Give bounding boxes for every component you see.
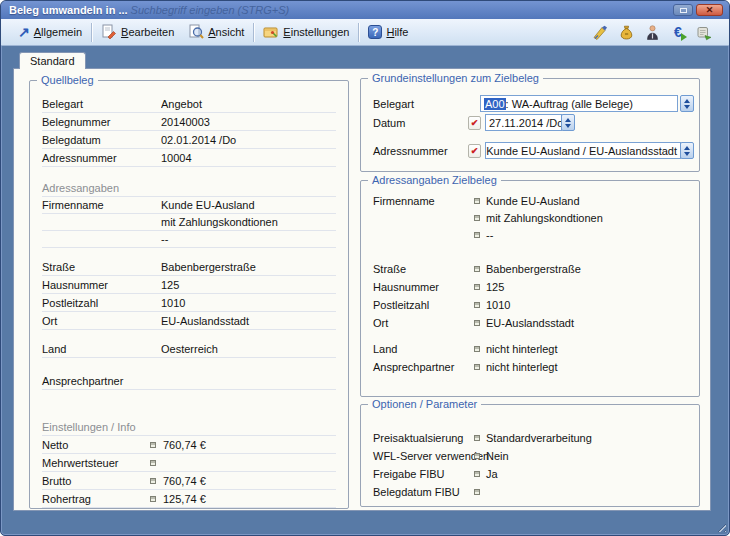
field-row: Hausnummer 125 bbox=[373, 278, 687, 296]
field-value: mit Zahlungskondtionen bbox=[486, 212, 603, 224]
field-row: Postleitzahl 1010 bbox=[373, 296, 687, 314]
datum-spinner[interactable] bbox=[561, 114, 575, 131]
field-row: Postleitzahl 1010 bbox=[42, 294, 336, 312]
field-label: Belegart bbox=[373, 98, 480, 110]
field-value: 1010 bbox=[161, 297, 336, 309]
field-value: Standardverarbeitung bbox=[486, 432, 592, 444]
field-value: Angebot bbox=[161, 98, 336, 110]
field-row: mit Zahlungskondtionen bbox=[373, 209, 687, 226]
menu-ansicht[interactable]: Ansicht bbox=[181, 22, 251, 42]
datum-check-icon[interactable]: ✔ bbox=[468, 116, 481, 130]
field-value: -- bbox=[161, 233, 336, 245]
groupbox-grundeinstellungen: Grundeinstellungen zum Zielbeleg Belegar… bbox=[360, 78, 700, 172]
field-row: Ansprechpartner nicht hinterlegt bbox=[373, 358, 687, 376]
bullet-icon bbox=[474, 435, 480, 441]
datum-value: 27.11.2014 /Do bbox=[489, 117, 562, 129]
groupbox-grundeinstellungen-title: Grundeinstellungen zum Zielbeleg bbox=[368, 71, 543, 85]
field-row: Rohertrag 125,74 € bbox=[42, 490, 336, 508]
bullet-icon bbox=[474, 320, 480, 326]
bullet-icon bbox=[474, 266, 480, 272]
field-value: nicht hinterlegt bbox=[486, 361, 558, 373]
adressnummer-row: Adressnummer ✔ 10004: Kunde EU-Ausland /… bbox=[373, 142, 699, 159]
field-label: Belegnummer bbox=[42, 116, 161, 128]
section-header-label: Adressangaben bbox=[42, 182, 119, 194]
field-row: Land Oesterreich bbox=[42, 340, 336, 358]
field-label: Ansprechpartner bbox=[373, 361, 474, 373]
field-label: WFL-Server verwenden bbox=[373, 450, 474, 462]
field-row: Belegdatum 02.01.2014 /Do bbox=[42, 131, 336, 149]
field-value: Kunde EU-Ausland bbox=[161, 199, 336, 211]
adressnummer-check-icon[interactable]: ✔ bbox=[468, 144, 481, 158]
field-label: Land bbox=[373, 343, 474, 355]
tab-standard[interactable]: Standard bbox=[19, 52, 86, 69]
tab-page: Quellbeleg Belegart Angebot Belegnummer … bbox=[13, 68, 711, 511]
field-value: Oesterreich bbox=[161, 343, 336, 355]
field-label: Postleitzahl bbox=[373, 299, 474, 311]
euro-icon[interactable]: € bbox=[669, 24, 687, 41]
belegart-code-selected: A00 bbox=[484, 98, 506, 110]
menu-einstellungen-label: Einstellungen bbox=[283, 26, 349, 38]
bullet-icon bbox=[474, 364, 480, 370]
field-label: Belegdatum FIBU bbox=[373, 486, 474, 498]
field-label: Ansprechpartner bbox=[42, 375, 161, 387]
adressnummer-value: 10004: Kunde EU-Ausland / EU-Auslandssta… bbox=[485, 145, 677, 157]
field-value: EU-Auslandsstadt bbox=[486, 317, 574, 329]
field-label: Firmenname bbox=[42, 199, 161, 211]
menu-hilfe[interactable]: ? Hilfe bbox=[361, 23, 415, 41]
groupbox-optionen-parameter: Optionen / Parameter Preisaktualsierung … bbox=[360, 404, 700, 507]
field-row: -- bbox=[42, 231, 336, 248]
spacer bbox=[42, 167, 336, 179]
field-row: Netto 760,74 € bbox=[42, 436, 336, 454]
field-label: Belegdatum bbox=[42, 134, 161, 146]
money-bag-icon[interactable] bbox=[617, 24, 635, 41]
toolbar-right-icons: € bbox=[591, 24, 721, 41]
field-row: Ort EU-Auslandsstadt bbox=[373, 314, 687, 332]
adressnummer-spinner[interactable] bbox=[680, 142, 694, 159]
belegart-combobox[interactable]: A00 : WA-Auftrag (alle Belege) bbox=[480, 95, 678, 112]
menu-allgemein[interactable]: ↗ Allgemein bbox=[11, 23, 89, 41]
field-row: Straße Babenbergerstraße bbox=[42, 258, 336, 276]
tab-standard-label: Standard bbox=[30, 55, 75, 67]
field-value: Kunde EU-Ausland bbox=[486, 195, 580, 207]
field-row: Straße Babenbergerstraße bbox=[373, 260, 687, 278]
field-row: Belegart Angebot bbox=[42, 95, 336, 113]
field-label: Adressnummer bbox=[373, 145, 468, 157]
magnifier-icon bbox=[188, 24, 204, 40]
resize-grip[interactable] bbox=[715, 521, 726, 532]
field-row: Preisaktualsierung Standardverarbeitung bbox=[373, 429, 687, 447]
dialog-window: Beleg umwandeln in ... Suchbegriff einge… bbox=[0, 0, 730, 536]
menu-einstellungen[interactable]: Einstellungen bbox=[256, 22, 356, 42]
field-row: Belegdatum FIBU bbox=[373, 483, 687, 501]
close-button[interactable]: ✕ bbox=[696, 4, 723, 16]
spin-down-icon bbox=[684, 152, 690, 156]
field-row: mit Zahlungskondtionen bbox=[42, 214, 336, 231]
field-row: Firmenname Kunde EU-Ausland bbox=[42, 197, 336, 214]
spin-down-icon bbox=[565, 124, 571, 128]
menu-bearbeiten[interactable]: Bearbeiten bbox=[94, 22, 181, 42]
maximize-button[interactable] bbox=[673, 4, 693, 16]
field-value: mit Zahlungskondtionen bbox=[161, 216, 336, 228]
field-label: Rohertrag bbox=[42, 493, 150, 505]
belegart-text: : WA-Auftrag (alle Belege) bbox=[506, 98, 633, 110]
spacer bbox=[373, 243, 687, 260]
field-value: EU-Auslandsstadt bbox=[161, 315, 336, 327]
pen-icon[interactable] bbox=[591, 24, 609, 41]
datum-input[interactable]: 27.11.2014 /Do bbox=[485, 114, 562, 131]
field-value: Babenbergerstraße bbox=[161, 261, 336, 273]
toolbar-separator bbox=[358, 23, 359, 42]
person-icon[interactable] bbox=[643, 24, 661, 41]
groupbox-adressangaben-title: Adressangaben Zielbeleg bbox=[368, 173, 501, 187]
toolbar: ↗ Allgemein Bearbeiten Ansicht bbox=[1, 19, 729, 46]
section-header-label: Einstellungen / Info bbox=[42, 421, 136, 433]
bullet-icon bbox=[474, 453, 480, 459]
adressnummer-input[interactable]: 10004: Kunde EU-Ausland / EU-Auslandssta… bbox=[485, 142, 681, 159]
export-package-icon[interactable] bbox=[695, 24, 713, 41]
field-label: Hausnummer bbox=[373, 281, 474, 293]
field-value: Babenbergerstraße bbox=[486, 263, 581, 275]
field-value: nicht hinterlegt bbox=[486, 343, 558, 355]
field-label: Mehrwertsteuer bbox=[42, 457, 150, 469]
field-row: Mehrwertsteuer bbox=[42, 454, 336, 472]
bullet-icon bbox=[474, 232, 480, 238]
menu-hilfe-label: Hilfe bbox=[386, 26, 408, 38]
belegart-spinner[interactable] bbox=[680, 95, 694, 112]
